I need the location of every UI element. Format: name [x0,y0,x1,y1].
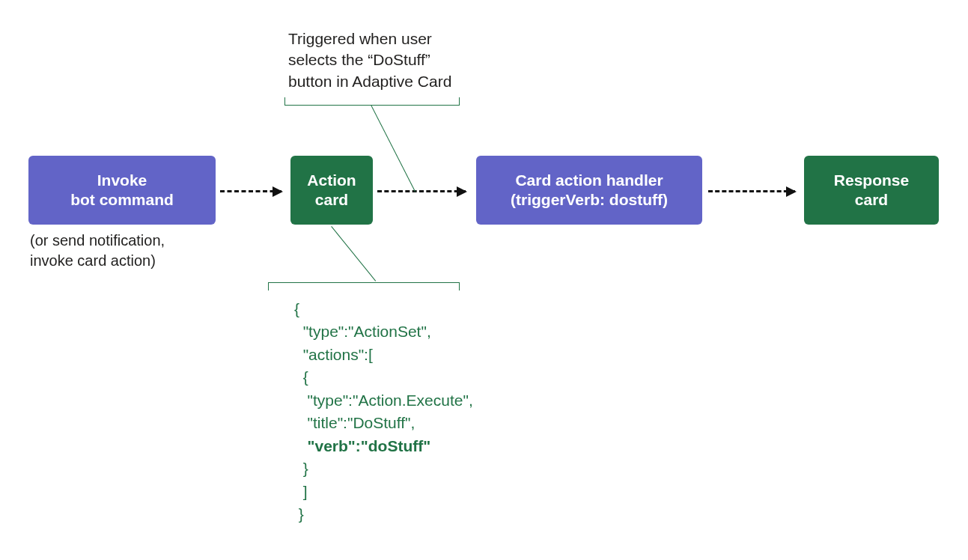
invoke-subtext: (or send notification, invoke card actio… [30,231,165,271]
node-response-card: Responsecard [804,156,939,225]
node-response-label: Responsecard [834,171,909,210]
connector-top-tail [371,105,415,192]
connector-bottom-tail [331,226,376,281]
code-json-actionset: { "type":"ActionSet", "actions":[ { "typ… [294,298,473,526]
arrow-action-to-handler [377,190,466,192]
diagram-canvas: Invokebot command (or send notification,… [0,0,968,560]
arrow-handler-to-response [708,190,795,192]
annotation-triggered-when: Triggered when user selects the “DoStuff… [288,28,451,92]
node-handler-label: Card action handler(triggerVerb: dostuff… [511,171,668,210]
bracket-bottom [268,282,460,290]
node-invoke-bot-command: Invokebot command [28,156,216,225]
bracket-top [284,97,460,106]
node-card-action-handler: Card action handler(triggerVerb: dostuff… [476,156,702,225]
node-action-card: Actioncard [290,156,373,225]
node-invoke-label: Invokebot command [70,171,174,210]
node-action-label: Actioncard [307,171,356,210]
arrow-invoke-to-action [220,190,281,192]
